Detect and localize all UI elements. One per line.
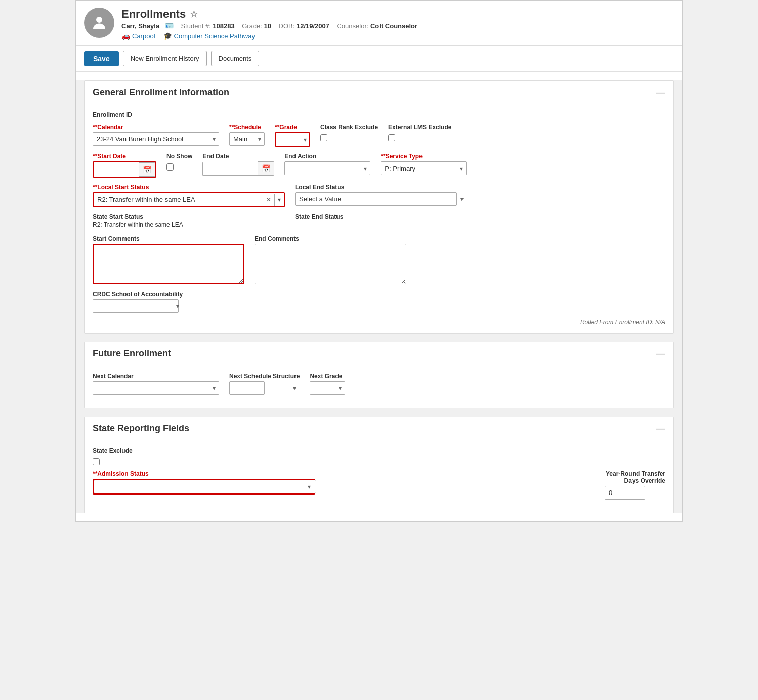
state-start-status-label: State Start Status <box>93 213 285 220</box>
start-date-input[interactable] <box>94 163 139 176</box>
external-lms-group: External LMS Exclude <box>388 123 451 141</box>
local-end-status-group: Local End Status Select a Value <box>295 184 467 206</box>
end-action-group: End Action <box>284 153 370 175</box>
enrollment-id-label: Enrollment ID <box>93 111 665 118</box>
admission-status-select[interactable] <box>94 480 316 493</box>
schedule-group: *Schedule Main <box>229 123 265 146</box>
admission-status-label: *Admission Status <box>93 470 315 477</box>
calendar-select[interactable]: 23-24 Van Buren High School <box>93 132 219 146</box>
grade-label: *Grade <box>275 123 310 131</box>
external-lms-checkbox-group <box>388 134 451 141</box>
end-date-input[interactable] <box>202 162 258 176</box>
page-content: General Enrollment Information — Enrollm… <box>76 80 682 513</box>
general-enrollment-section: General Enrollment Information — Enrollm… <box>84 80 674 334</box>
page-title: Enrollments ☆ <box>121 8 417 21</box>
documents-button[interactable]: Documents <box>211 51 260 66</box>
year-round-group: Year-Round Transfer Days Override <box>605 470 665 500</box>
external-lms-label: External LMS Exclude <box>388 123 451 131</box>
svg-point-0 <box>96 17 102 23</box>
start-date-label: *Start Date <box>93 153 156 160</box>
local-end-status-select-wrapper: Select a Value <box>295 192 467 206</box>
pathway-tag: 🎓 Computer Science Pathway <box>163 32 255 40</box>
state-reporting-form-row: *Admission Status Year-Round Transfer Da… <box>93 470 665 500</box>
no-show-checkbox[interactable] <box>166 163 174 171</box>
end-date-calendar-button[interactable]: 📅 <box>258 161 274 176</box>
no-show-group: No Show <box>166 153 192 171</box>
collapse-state-icon[interactable]: — <box>656 423 665 434</box>
state-exclude-checkbox[interactable] <box>93 458 100 465</box>
crdc-select[interactable] <box>93 299 179 313</box>
future-section-header: Future Enrollment — <box>85 342 673 365</box>
collapse-general-icon[interactable]: — <box>656 87 665 98</box>
next-calendar-label: Next Calendar <box>93 373 219 380</box>
favorite-icon[interactable]: ☆ <box>190 9 198 20</box>
service-type-label: *Service Type <box>381 153 467 160</box>
grade-select-wrapper <box>275 132 310 147</box>
service-type-group: *Service Type P: Primary <box>381 153 467 175</box>
calendar-icon-2: 📅 <box>262 164 270 173</box>
save-button[interactable]: Save <box>84 51 119 66</box>
next-calendar-group: Next Calendar <box>93 373 219 395</box>
year-round-label: Year-Round Transfer Days Override <box>605 470 665 484</box>
service-type-select[interactable]: P: Primary <box>381 161 467 175</box>
crdc-label: CRDC School of Accountability <box>93 291 183 298</box>
end-date-group: End Date 📅 <box>202 153 274 176</box>
start-date-group: *Start Date 📅 <box>93 153 156 178</box>
new-enrollment-history-button[interactable]: New Enrollment History <box>123 51 207 66</box>
year-round-input[interactable] <box>605 486 645 500</box>
class-rank-label: Class Rank Exclude <box>320 123 378 131</box>
schedule-select[interactable]: Main <box>229 132 265 146</box>
header-tags: 🚗 Carpool 🎓 Computer Science Pathway <box>121 32 417 40</box>
end-date-label: End Date <box>202 153 274 160</box>
state-reporting-header: State Reporting Fields — <box>85 417 673 440</box>
student-name: Carr, Shayla <box>121 22 159 30</box>
end-action-select[interactable] <box>284 161 370 175</box>
next-grade-select-wrapper <box>310 381 345 395</box>
state-reporting-section: State Reporting Fields — State Exclude *… <box>84 417 674 513</box>
start-comments-textarea[interactable] <box>93 244 244 284</box>
next-schedule-select-wrapper <box>229 381 300 395</box>
student-avatar <box>84 8 114 38</box>
collapse-future-icon[interactable]: — <box>656 348 665 359</box>
form-row-2: *Start Date 📅 No Show <box>93 153 665 178</box>
future-section-body: Next Calendar Next Schedule Structure <box>85 365 673 408</box>
state-reporting-body: State Exclude *Admission Status <box>85 440 673 513</box>
student-info: Enrollments ☆ Carr, Shayla 🪪 Student #: … <box>121 8 417 40</box>
next-schedule-select[interactable] <box>229 381 265 395</box>
no-show-label: No Show <box>166 153 192 160</box>
local-start-status-group: *Local Start Status ✕ ▾ <box>93 184 285 207</box>
state-start-status-group: State Start Status R2: Transfer within t… <box>93 213 285 228</box>
grade-select[interactable] <box>275 132 310 147</box>
class-rank-checkbox[interactable] <box>320 134 327 141</box>
state-exclude-checkbox-group <box>93 458 665 465</box>
calendar-group: *Calendar 23-24 Van Buren High School <box>93 123 219 146</box>
end-action-select-wrapper <box>284 161 370 175</box>
state-start-status-value: R2: Transfer within the same LEA <box>93 221 285 228</box>
end-comments-label: End Comments <box>255 235 406 242</box>
start-date-calendar-button[interactable]: 📅 <box>139 162 155 177</box>
next-calendar-select[interactable] <box>93 381 219 395</box>
start-comments-label: Start Comments <box>93 235 244 242</box>
local-start-status-dropdown-button[interactable]: ▾ <box>275 194 284 206</box>
crdc-select-wrapper <box>93 299 183 313</box>
local-start-status-actions: ✕ ▾ <box>263 194 284 206</box>
start-date-input-wrapper: 📅 <box>93 161 156 178</box>
no-show-checkbox-group <box>166 163 192 171</box>
local-start-status-input[interactable] <box>94 193 263 206</box>
local-start-status-clear-button[interactable]: ✕ <box>263 194 275 206</box>
calendar-select-wrapper: 23-24 Van Buren High School <box>93 132 219 146</box>
local-end-status-select[interactable]: Select a Value <box>295 192 457 206</box>
calendar-label: *Calendar <box>93 123 219 131</box>
local-start-status-wrapper: ✕ ▾ <box>93 192 285 207</box>
admission-status-group: *Admission Status <box>93 470 315 495</box>
id-card-icon: 🪪 <box>165 22 174 30</box>
car-icon: 🚗 <box>121 32 130 40</box>
carpool-tag: 🚗 Carpool <box>121 32 155 40</box>
external-lms-checkbox[interactable] <box>388 134 395 141</box>
end-comments-textarea[interactable] <box>255 244 406 284</box>
next-schedule-label: Next Schedule Structure <box>229 373 300 380</box>
next-grade-label: Next Grade <box>310 373 345 380</box>
end-action-label: End Action <box>284 153 370 160</box>
class-rank-checkbox-group <box>320 134 378 141</box>
next-grade-select[interactable] <box>310 381 345 395</box>
